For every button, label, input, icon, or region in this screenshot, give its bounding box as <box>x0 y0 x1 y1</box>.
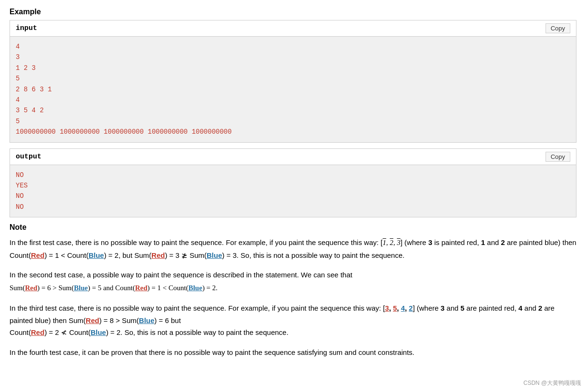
math-seq-1: 1, 2, 3 <box>383 239 401 246</box>
note-paragraph-1: In the first test case, there is no poss… <box>10 236 576 261</box>
red-seq-3: 3 <box>385 304 389 312</box>
blue-label-4: Blue <box>189 284 202 292</box>
blue-label-3: Blue <box>74 284 88 292</box>
blue-label-2: Blue <box>207 251 222 259</box>
math-block-2: Sum(Red) = 6 > Sum(Blue) = 5 and Count(R… <box>10 284 218 292</box>
output-block-header: output Copy <box>10 149 576 165</box>
input-copy-button[interactable]: Copy <box>546 23 570 33</box>
output-copy-button[interactable]: Copy <box>546 152 570 162</box>
note-paragraph-4: In the fourth test case, it can be prove… <box>10 346 576 359</box>
blue-label-1: Blue <box>89 251 104 259</box>
example-title: Example <box>10 8 576 16</box>
blue-label-5: Blue <box>139 316 155 324</box>
red-label-2: Red <box>151 251 165 259</box>
blue-label-6: Blue <box>90 328 106 336</box>
blue-seq-4: 4 <box>401 304 405 312</box>
output-label: output <box>16 153 41 161</box>
input-label: input <box>16 24 37 32</box>
input-block-header: input Copy <box>10 20 576 37</box>
note-paragraph-3: In the third test case, there is no poss… <box>10 302 576 339</box>
output-code-block: output Copy NO YES NO NO <box>10 148 576 218</box>
note-section: Note In the first test case, there is no… <box>10 223 576 358</box>
blue-seq-2: 2 <box>409 304 413 312</box>
red-label-1: Red <box>31 251 44 259</box>
input-content: 4 3 1 2 3 5 2 8 6 3 1 4 3 5 4 2 5 100000… <box>10 37 576 142</box>
red-label-3: Red <box>25 284 38 292</box>
red-label-6: Red <box>31 328 44 336</box>
note-title: Note <box>10 223 576 232</box>
note-paragraph-2: In the second test case, a possible way … <box>10 269 576 294</box>
red-seq-5: 5 <box>393 304 397 312</box>
red-label-5: Red <box>86 316 99 324</box>
example-section: Example input Copy 4 3 1 2 3 5 2 8 6 3 1… <box>10 8 576 217</box>
output-content: NO YES NO NO <box>10 165 576 217</box>
input-code-block: input Copy 4 3 1 2 3 5 2 8 6 3 1 4 3 5 4… <box>10 20 576 143</box>
red-label-4: Red <box>135 284 148 292</box>
